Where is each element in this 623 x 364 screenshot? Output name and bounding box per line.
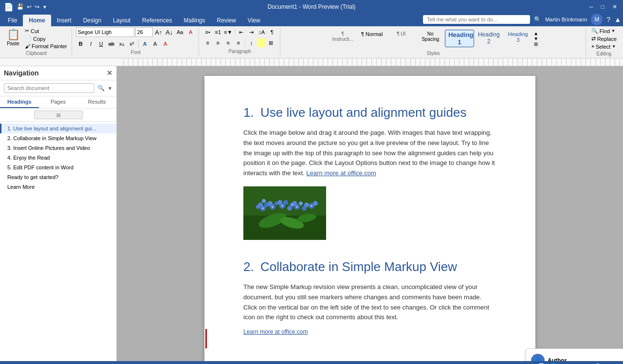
- font-grow-button[interactable]: A↑: [154, 27, 164, 37]
- line-spacing-button[interactable]: ↕: [247, 38, 257, 48]
- nav-tab-results[interactable]: Results: [77, 96, 116, 108]
- paste-icon: 📋: [7, 28, 20, 41]
- tab-file[interactable]: File: [2, 15, 23, 26]
- nav-item-learn[interactable]: Learn More: [0, 182, 116, 192]
- borders-button[interactable]: ⊞: [266, 38, 276, 48]
- nav-close-button[interactable]: ✕: [107, 69, 112, 77]
- format-painter-button[interactable]: 🖌 Format Painter: [23, 43, 69, 50]
- comment-bubble[interactable]: 👤 Author Now you can reply to a comment …: [526, 348, 623, 361]
- style-instructional[interactable]: ¶ Instructi...: [328, 30, 357, 47]
- nav-tab-headings[interactable]: Headings: [0, 96, 39, 108]
- para-sep2: [245, 39, 245, 47]
- replace-button[interactable]: ⇄ Replace: [590, 35, 618, 42]
- find-button[interactable]: 🔍 Find ▼: [590, 27, 618, 35]
- text-highlight-button[interactable]: A: [150, 39, 160, 49]
- document-area[interactable]: 1. Use live layout and alignment guides …: [117, 66, 623, 361]
- ribbon-help-icon[interactable]: ?: [606, 16, 610, 23]
- italic-button[interactable]: I: [86, 39, 96, 49]
- tab-design[interactable]: Design: [77, 15, 107, 26]
- editing-label: Editing: [597, 51, 612, 56]
- tab-view[interactable]: View: [242, 15, 266, 26]
- tab-layout[interactable]: Layout: [107, 15, 136, 26]
- ribbon-group-paragraph: ≡• ≡1 ≡▼ ⇤ ⇥ ↕A ¶ ≡ ≡ ≡ ≡ ↕ ⊞ Paragraph: [201, 27, 280, 56]
- bullet-list-button[interactable]: ≡•: [203, 27, 213, 37]
- tab-mailings[interactable]: Mailings: [178, 15, 211, 26]
- quick-undo[interactable]: ↩: [27, 3, 32, 10]
- tab-review[interactable]: Review: [211, 15, 241, 26]
- close-button[interactable]: ✕: [610, 3, 619, 10]
- align-center-button[interactable]: ≡: [213, 38, 223, 48]
- cut-button[interactable]: ✂ Cut: [23, 27, 69, 35]
- multilevel-list-button[interactable]: ≡▼: [223, 27, 233, 37]
- quick-customize[interactable]: ▼: [42, 4, 47, 10]
- nav-tab-pages[interactable]: Pages: [39, 96, 78, 108]
- style-normal[interactable]: ¶ Normal: [357, 30, 386, 47]
- nav-item-2[interactable]: 2. Collaborate in Simple Markup View: [0, 133, 116, 143]
- nav-search-dropdown-icon[interactable]: ▼: [108, 86, 112, 91]
- increase-indent-button[interactable]: ⇥: [247, 27, 257, 37]
- svg-point-27: [281, 205, 283, 207]
- nav-item-5[interactable]: 5. Edit PDF content in Word: [0, 163, 116, 172]
- cut-copy-format: ✂ Cut 📄 Copy 🖌 Format Painter: [23, 27, 69, 50]
- nav-item-4[interactable]: 4. Enjoy the Read: [0, 153, 116, 163]
- section2-link[interactable]: Learn more at office.com: [243, 328, 308, 335]
- tab-home[interactable]: Home: [23, 15, 51, 26]
- strikethrough-button[interactable]: ab: [107, 39, 116, 49]
- styles-expand[interactable]: ⊞: [534, 41, 538, 47]
- decrease-indent-button[interactable]: ⇤: [237, 27, 246, 37]
- style-heading2[interactable]: Heading 2: [474, 30, 503, 47]
- comment-author: Author: [548, 357, 567, 361]
- minimize-button[interactable]: ─: [587, 3, 595, 10]
- style-heading3[interactable]: Heading 3: [503, 30, 532, 47]
- tab-insert[interactable]: Insert: [51, 15, 77, 26]
- styles-scroll-down[interactable]: ▼: [533, 36, 538, 41]
- copy-button[interactable]: 📄 Copy: [23, 35, 69, 42]
- section1-image[interactable]: [243, 186, 326, 240]
- nav-item-3[interactable]: 3. Insert Online Pictures and Video: [0, 143, 116, 153]
- find-dropdown-icon[interactable]: ▼: [611, 29, 615, 33]
- paste-button[interactable]: 📋 Paste: [4, 27, 22, 47]
- text-effect-button[interactable]: A: [140, 39, 150, 49]
- select-button[interactable]: ⌖ Select ▼: [590, 43, 618, 50]
- quick-redo[interactable]: ↪: [35, 3, 39, 10]
- ruler-scale: [119, 58, 623, 66]
- nav-item-ready[interactable]: Ready to get started?: [0, 172, 116, 182]
- align-right-button[interactable]: ≡: [223, 38, 233, 48]
- paragraph-label: Paragraph: [228, 49, 251, 54]
- justify-button[interactable]: ≡: [234, 38, 243, 48]
- superscript-button[interactable]: x²: [127, 39, 137, 49]
- quick-save[interactable]: 💾: [17, 3, 24, 10]
- font-case-button[interactable]: Aa: [175, 27, 185, 37]
- styles-scroll-up[interactable]: ▲: [533, 31, 538, 36]
- section1-link[interactable]: Learn more at office.com: [306, 169, 376, 177]
- search-submit-icon[interactable]: 🔍: [534, 16, 541, 23]
- font-size-input[interactable]: [135, 27, 153, 37]
- style-ui[interactable]: ¶ UI: [386, 30, 416, 47]
- style-no-spacing[interactable]: No Spacing: [416, 30, 445, 47]
- font-shrink-button[interactable]: A↓: [165, 27, 174, 37]
- sort-button[interactable]: ↕A: [257, 27, 267, 37]
- subscript-button[interactable]: x₂: [117, 39, 127, 49]
- align-left-button[interactable]: ≡: [203, 38, 213, 48]
- underline-button[interactable]: U: [96, 39, 106, 49]
- avatar-icon: 👤: [534, 357, 542, 361]
- nav-item-1[interactable]: 1. Use live layout and alignment gui...: [0, 124, 116, 133]
- nav-search-input[interactable]: [4, 83, 94, 93]
- ribbon-minimize-icon[interactable]: ▲: [614, 16, 621, 23]
- nav-filter-icon[interactable]: ⊟: [56, 112, 60, 118]
- numbered-list-button[interactable]: ≡1: [213, 27, 223, 37]
- nav-search-icon[interactable]: 🔍: [96, 84, 106, 92]
- bold-button[interactable]: B: [76, 39, 86, 49]
- font-color-button[interactable]: A: [161, 39, 170, 49]
- font-name-input[interactable]: [76, 27, 134, 37]
- command-search-input[interactable]: [423, 15, 530, 24]
- svg-point-8: [262, 199, 266, 203]
- shading-button[interactable]: [257, 38, 266, 47]
- show-marks-button[interactable]: ¶: [267, 27, 277, 37]
- replace-icon: ⇄: [591, 36, 596, 42]
- style-heading1[interactable]: Heading 1: [445, 30, 474, 47]
- maximize-button[interactable]: □: [599, 3, 606, 10]
- tab-references[interactable]: References: [136, 15, 178, 26]
- clear-format-button[interactable]: A: [186, 27, 196, 37]
- select-dropdown-icon[interactable]: ▼: [612, 44, 616, 49]
